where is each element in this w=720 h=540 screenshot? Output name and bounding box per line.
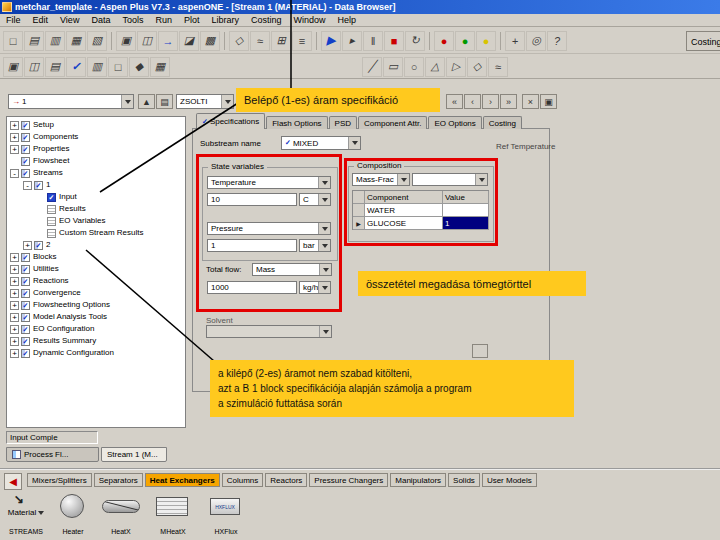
- tree-item-properties[interactable]: +✓Properties: [7, 143, 185, 155]
- status-yellow-icon[interactable]: ●: [476, 31, 496, 51]
- variable-explorer-icon[interactable]: ▣: [3, 57, 23, 77]
- tree-item-convergence[interactable]: +✓Convergence: [7, 287, 185, 299]
- up-one-level-icon[interactable]: ▲: [138, 94, 155, 109]
- tree-item-stream-2[interactable]: +✓2: [7, 239, 185, 251]
- pressure-unit-combo[interactable]: bar: [299, 239, 331, 252]
- palette-tab-heat-exchangers[interactable]: Heat Exchangers: [145, 473, 220, 487]
- tab-psd[interactable]: PSD: [329, 116, 357, 129]
- menu-costing[interactable]: Costing: [245, 14, 288, 27]
- tree-item-flowsheet[interactable]: ✓Flowsheet: [7, 155, 185, 167]
- menu-run[interactable]: Run: [149, 14, 178, 27]
- menu-file[interactable]: File: [0, 14, 27, 27]
- tree-item-blocks[interactable]: +✓Blocks: [7, 251, 185, 263]
- nav-next-icon[interactable]: ›: [482, 94, 499, 109]
- annotate-icon[interactable]: +: [505, 31, 525, 51]
- stream-summary-icon[interactable]: ▤: [45, 57, 65, 77]
- tree-item-custom-stream-results[interactable]: Custom Stream Results: [7, 227, 185, 239]
- expand-toggle[interactable]: +: [10, 301, 19, 310]
- hxflux-model-icon[interactable]: HXFLUX: [210, 498, 240, 515]
- tree-item-components[interactable]: +✓Components: [7, 131, 185, 143]
- costing-button[interactable]: Costing: [686, 31, 720, 51]
- chevron-down-icon[interactable]: [319, 264, 331, 275]
- expand-toggle[interactable]: +: [10, 325, 19, 334]
- draw-circle-icon[interactable]: ○: [404, 57, 424, 77]
- heater-model-icon[interactable]: [60, 494, 84, 518]
- material-stream-arrow-icon[interactable]: ↘: [14, 492, 24, 506]
- tree-item-flowsheeting-options[interactable]: +✓Flowsheeting Options: [7, 299, 185, 311]
- temperature-value-field[interactable]: 10: [207, 193, 297, 206]
- grid-icon[interactable]: ▣: [540, 94, 557, 109]
- tree-item-streams[interactable]: -✓Streams: [7, 167, 185, 179]
- draw-arrow-icon[interactable]: ▷: [446, 57, 466, 77]
- tree-item-stream-1[interactable]: -✓1: [7, 179, 185, 191]
- chevron-down-icon[interactable]: [318, 177, 330, 188]
- data-browser-icon[interactable]: ◪: [179, 31, 199, 51]
- expand-toggle[interactable]: +: [10, 253, 19, 262]
- plot-icon[interactable]: ≈: [250, 31, 270, 51]
- menu-help[interactable]: Help: [332, 14, 363, 27]
- draw-triangle-icon[interactable]: △: [425, 57, 445, 77]
- expand-toggle[interactable]: +: [10, 265, 19, 274]
- nav-first-icon[interactable]: «: [446, 94, 463, 109]
- tab-process-flowsheet[interactable]: Process Fl...: [6, 447, 99, 462]
- tree-item-model-analysis-tools[interactable]: +✓Model Analysis Tools: [7, 311, 185, 323]
- print-icon[interactable]: ▦: [66, 31, 86, 51]
- value-cell-selected[interactable]: 1: [443, 217, 489, 230]
- step-icon[interactable]: ▸: [342, 31, 362, 51]
- menu-library[interactable]: Library: [205, 14, 245, 27]
- check-status-icon[interactable]: ✓: [66, 57, 86, 77]
- chevron-down-icon[interactable]: [318, 223, 330, 234]
- palette-tab-columns[interactable]: Columns: [222, 473, 264, 487]
- chevron-down-icon[interactable]: [475, 174, 487, 185]
- expand-toggle[interactable]: +: [10, 277, 19, 286]
- tab-costing[interactable]: Costing: [483, 116, 522, 129]
- palette-tab-mixers-splitters[interactable]: Mixers/Splitters: [27, 473, 92, 487]
- pressure-combo[interactable]: Pressure: [207, 222, 331, 235]
- draw-line-icon[interactable]: ╱: [362, 57, 382, 77]
- tab-flash-options[interactable]: Flash Options: [266, 116, 327, 129]
- menu-data[interactable]: Data: [85, 14, 116, 27]
- chevron-down-icon[interactable]: [319, 326, 331, 337]
- palette-tab-separators[interactable]: Separators: [94, 473, 143, 487]
- run-icon[interactable]: ▶: [321, 31, 341, 51]
- zoom-icon[interactable]: ◎: [526, 31, 546, 51]
- menu-view[interactable]: View: [54, 14, 85, 27]
- tree-item-results[interactable]: Results: [7, 203, 185, 215]
- chevron-down-icon[interactable]: [348, 137, 360, 149]
- palette-tab-user-models[interactable]: User Models: [482, 473, 537, 487]
- open-icon[interactable]: ▤: [24, 31, 44, 51]
- palette-tab-pressure-changers[interactable]: Pressure Changers: [309, 473, 388, 487]
- save-icon[interactable]: ▥: [45, 31, 65, 51]
- palette-tab-manipulators[interactable]: Manipulators: [390, 473, 446, 487]
- stop-icon[interactable]: ■: [384, 31, 404, 51]
- object-manager-icon[interactable]: ◆: [129, 57, 149, 77]
- sheet-icon[interactable]: ▤: [156, 94, 173, 109]
- print-preview-icon[interactable]: ▧: [87, 31, 107, 51]
- menu-tools[interactable]: Tools: [116, 14, 149, 27]
- pause-icon[interactable]: ‖: [363, 31, 383, 51]
- chevron-down-icon[interactable]: [318, 282, 330, 293]
- status-green-icon[interactable]: ●: [455, 31, 475, 51]
- chevron-down-icon[interactable]: [318, 194, 330, 205]
- draw-rect-icon[interactable]: ▭: [383, 57, 403, 77]
- expand-toggle[interactable]: +: [10, 313, 19, 322]
- tree-item-eo-configuration[interactable]: +✓EO Configuration: [7, 323, 185, 335]
- new-icon[interactable]: □: [3, 31, 23, 51]
- misc-form-button[interactable]: [472, 344, 488, 358]
- tree-item-utilities[interactable]: +✓Utilities: [7, 263, 185, 275]
- status-red-icon[interactable]: ●: [434, 31, 454, 51]
- expand-toggle[interactable]: +: [10, 337, 19, 346]
- draw-diamond-icon[interactable]: ◇: [467, 57, 487, 77]
- spreadsheet-icon[interactable]: ▦: [150, 57, 170, 77]
- next-icon[interactable]: →: [158, 31, 178, 51]
- material-stream-label[interactable]: Material: [4, 508, 48, 517]
- substream-combo[interactable]: ✓MIXED: [281, 136, 361, 150]
- draw-wave-icon[interactable]: ≈: [488, 57, 508, 77]
- tree-item-input[interactable]: ✓Input: [7, 191, 185, 203]
- input-summary-icon[interactable]: □: [108, 57, 128, 77]
- reinit-icon[interactable]: ↻: [405, 31, 425, 51]
- expand-toggle[interactable]: +: [10, 349, 19, 358]
- menu-plot[interactable]: Plot: [178, 14, 206, 27]
- tree-item-setup[interactable]: +✓Setup: [7, 119, 185, 131]
- expand-toggle[interactable]: +: [10, 121, 19, 130]
